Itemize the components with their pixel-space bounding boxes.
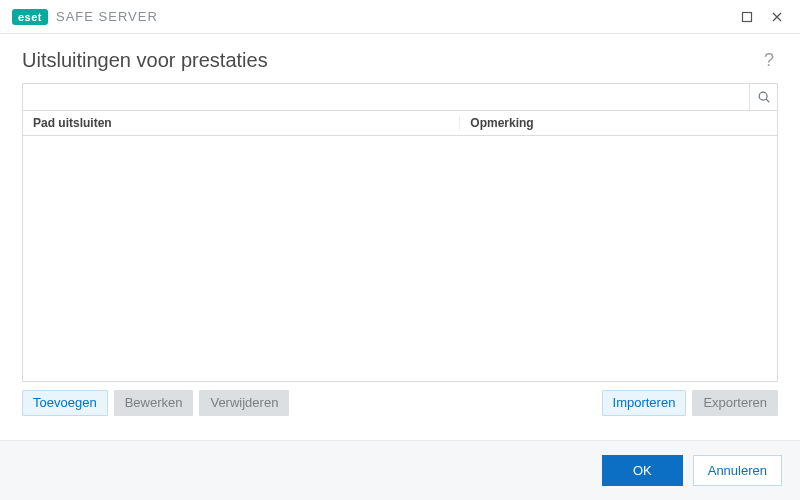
search-row <box>22 83 778 111</box>
column-header-path[interactable]: Pad uitsluiten <box>23 116 460 130</box>
cancel-button[interactable]: Annuleren <box>693 455 782 486</box>
svg-point-1 <box>759 92 767 100</box>
maximize-button[interactable] <box>732 2 762 32</box>
close-button[interactable] <box>762 2 792 32</box>
table-body[interactable] <box>23 136 777 381</box>
ok-button[interactable]: OK <box>602 455 683 486</box>
maximize-icon <box>741 11 753 23</box>
export-button[interactable]: Exporteren <box>692 390 778 416</box>
delete-button[interactable]: Verwijderen <box>199 390 289 416</box>
content-area: Pad uitsluiten Opmerking Toevoegen Bewer… <box>0 83 800 416</box>
exclusions-table: Pad uitsluiten Opmerking <box>22 111 778 382</box>
close-icon <box>771 11 783 23</box>
edit-button[interactable]: Bewerken <box>114 390 194 416</box>
search-button[interactable] <box>749 84 777 110</box>
page-title: Uitsluitingen voor prestaties <box>22 49 760 72</box>
product-name: SAFE SERVER <box>56 9 158 24</box>
brand-badge: eset <box>12 9 48 25</box>
search-icon <box>757 90 771 104</box>
column-header-comment[interactable]: Opmerking <box>460 116 777 130</box>
titlebar: eset SAFE SERVER <box>0 0 800 34</box>
import-button[interactable]: Importeren <box>602 390 687 416</box>
dialog-header: Uitsluitingen voor prestaties ? <box>0 34 800 83</box>
dialog-footer: OK Annuleren <box>0 440 800 500</box>
search-input[interactable] <box>23 84 749 110</box>
table-header: Pad uitsluiten Opmerking <box>23 111 777 136</box>
svg-rect-0 <box>743 12 752 21</box>
action-row: Toevoegen Bewerken Verwijderen Importere… <box>22 382 778 416</box>
add-button[interactable]: Toevoegen <box>22 390 108 416</box>
help-icon[interactable]: ? <box>760 48 778 73</box>
